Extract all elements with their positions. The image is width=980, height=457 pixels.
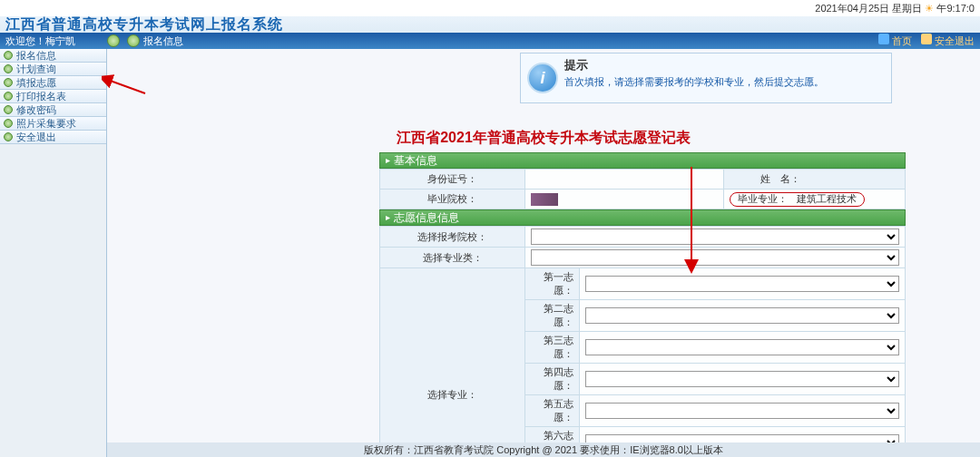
grad-major-pill: 毕业专业： 建筑工程技术 [730, 192, 865, 207]
sidebar-item-fill-wish[interactable]: 填报志愿 [0, 76, 106, 90]
page-title: 江西省普通高校专升本考试网上报名系统 [0, 16, 980, 33]
home-link[interactable]: 首页 [878, 34, 912, 48]
sidebar-item-signup-info[interactable]: 报名信息 [0, 49, 106, 63]
sidebar-item-change-pwd[interactable]: 修改密码 [0, 103, 106, 117]
form-panel: 基本信息 身份证号： 姓 名： 毕业院校： 毕业专业： 建筑工程技术 [379, 152, 906, 457]
label-target-school: 选择报考院校： [380, 227, 525, 248]
choice-5-label: 第五志愿： [525, 395, 580, 427]
tab-signup-info[interactable]: 报名信息 [120, 34, 191, 48]
wish-table: 选择报考院校： 选择专业类： 选择专业： 第一志愿： 第二志愿： 第三志愿： 第… [379, 226, 906, 457]
label-id: 身份证号： [380, 170, 525, 190]
dot-icon [4, 132, 13, 141]
footer-text: 版权所有：江西省教育考试院 Copyright @ 2021 要求使用：IE浏览… [107, 442, 980, 457]
weekday-text: 星期日 [892, 3, 922, 14]
choice-4-label: 第四志愿： [525, 364, 580, 395]
form-title: 江西省2021年普通高校专升本考试志愿登记表 [107, 129, 980, 148]
section-basic-head: 基本信息 [379, 152, 906, 169]
label-grad-school: 毕业院校： [380, 190, 525, 209]
tab-dot-icon [127, 34, 140, 47]
tab-label: 报名信息 [143, 34, 183, 48]
choice-1-label: 第一志愿： [525, 268, 580, 300]
sidebar: 报名信息 计划查询 填报志愿 打印报名表 修改密码 照片采集要求 安全退出 [0, 49, 107, 457]
welcome-user: 欢迎您！梅宁凯 [5, 34, 75, 48]
cell-grad-major: 毕业专业： 建筑工程技术 [724, 190, 906, 209]
sidebar-item-logout[interactable]: 安全退出 [0, 131, 106, 144]
dot-icon [4, 105, 13, 114]
choice-2-label: 第二志愿： [525, 300, 580, 332]
sun-icon: ☀ [925, 3, 934, 14]
sidebar-item-photo-req[interactable]: 照片采集要求 [0, 117, 106, 131]
welcome-bar: 欢迎您！梅宁凯 报名信息 首页 安全退出 [0, 33, 980, 49]
value-id [525, 170, 724, 190]
top-date-bar: 2021年04月25日 星期日 ☀ 午9:17:0 [0, 0, 980, 16]
dot-icon [4, 92, 13, 101]
tip-box: i 提示 首次填报，请选择需要报考的学校和专业，然后提交志愿。 [520, 53, 892, 103]
label-name: 姓 名： [724, 170, 906, 190]
section-wish-head: 志愿信息信息 [379, 209, 906, 226]
select-choice-2[interactable] [585, 307, 899, 324]
dot-icon [4, 51, 13, 60]
logout-link[interactable]: 安全退出 [921, 34, 975, 48]
select-choice-1[interactable] [585, 276, 899, 292]
content-area: i 提示 首次填报，请选择需要报考的学校和专业，然后提交志愿。 江西省2021年… [107, 49, 980, 457]
collapse-icon[interactable] [107, 34, 120, 47]
dot-icon [4, 119, 13, 128]
cell-major-class [525, 248, 906, 268]
school-thumb [531, 193, 558, 206]
sidebar-item-print-form[interactable]: 打印报名表 [0, 90, 106, 103]
time-text: 午9:17:0 [936, 3, 975, 14]
logout-icon [921, 34, 932, 44]
date-text: 2021年04月25日 [815, 3, 889, 14]
select-major-class[interactable] [531, 249, 899, 266]
title-band: 江西省普通高校专升本考试网上报名系统 [0, 16, 980, 33]
choice-3-label: 第三志愿： [525, 332, 580, 364]
dot-icon [4, 78, 13, 87]
value-grad-school [525, 190, 724, 209]
tip-title: 提示 [564, 57, 884, 73]
cell-target-school [525, 227, 906, 248]
basic-table: 身份证号： 姓 名： 毕业院校： 毕业专业： 建筑工程技术 [379, 169, 906, 209]
tip-body: 首次填报，请选择需要报考的学校和专业，然后提交志愿。 [564, 75, 884, 89]
sidebar-item-plan-query[interactable]: 计划查询 [0, 63, 106, 76]
select-choice-3[interactable] [585, 339, 899, 355]
select-choice-4[interactable] [585, 371, 899, 387]
label-major-pick: 选择专业： [380, 268, 525, 458]
select-choice-5[interactable] [585, 403, 899, 419]
dot-icon [4, 64, 13, 73]
select-target-school[interactable] [531, 228, 899, 245]
label-major-class: 选择专业类： [380, 248, 525, 268]
home-icon [878, 34, 889, 44]
info-icon: i [527, 63, 558, 93]
